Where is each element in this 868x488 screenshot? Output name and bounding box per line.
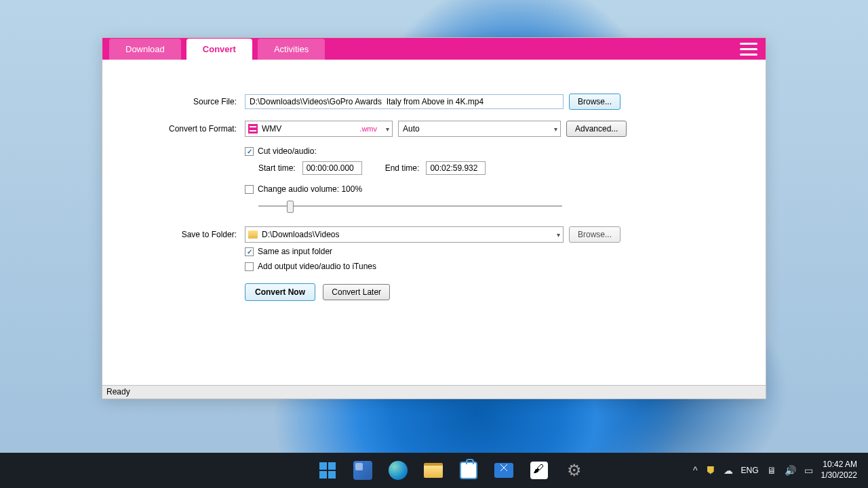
end-time-label: End time: — [385, 163, 420, 173]
mail-icon — [494, 463, 513, 478]
output-folder-value: D:\Downloads\Videos — [262, 230, 340, 239]
start-button[interactable] — [315, 458, 340, 483]
convert-to-label: Convert to Format: — [143, 124, 245, 134]
tab-convert[interactable]: Convert — [186, 39, 252, 60]
system-tray: ^ ⛊ ☁ ENG 🖥 🔊 ▭ 10:42 AM 1/30/2022 — [693, 460, 857, 481]
start-time-input[interactable] — [302, 161, 362, 175]
windows-icon — [319, 462, 336, 479]
tab-download[interactable]: Download — [109, 39, 181, 60]
edge-icon — [389, 461, 408, 480]
source-file-label: Source File: — [143, 97, 245, 106]
output-folder-select[interactable]: D:\Downloads\Videos — [245, 226, 564, 243]
browse-source-button[interactable]: Browse... — [569, 94, 620, 110]
folder-icon — [248, 230, 258, 239]
end-time-input[interactable] — [426, 161, 486, 175]
taskbar: ⚙ ^ ⛊ ☁ ENG 🖥 🔊 ▭ 10:42 AM 1/30/2022 — [0, 453, 868, 488]
cut-video-checkbox[interactable] — [245, 147, 254, 156]
format-name: WMV — [262, 124, 281, 134]
weather-icon[interactable]: ☁ — [724, 465, 733, 476]
tab-bar: Download Convert Activities — [102, 38, 766, 60]
clock[interactable]: 10:42 AM 1/30/2022 — [821, 460, 857, 481]
volume-icon[interactable]: 🔊 — [785, 465, 796, 476]
same-folder-checkbox[interactable] — [245, 247, 254, 256]
converter-app-window: Download Convert Activities Source File:… — [102, 37, 766, 399]
volume-slider[interactable] — [258, 199, 562, 213]
status-bar: Ready — [102, 385, 766, 399]
language-indicator[interactable]: ENG — [741, 466, 759, 475]
gear-icon: ⚙ — [567, 461, 582, 480]
time-display: 10:42 AM — [821, 460, 857, 470]
save-to-label: Save to Folder: — [143, 230, 245, 239]
store-button[interactable] — [456, 458, 481, 483]
store-icon — [460, 462, 477, 479]
hamburger-menu-icon[interactable] — [740, 41, 757, 57]
source-file-input[interactable] — [245, 94, 564, 109]
battery-icon[interactable]: ▭ — [804, 465, 813, 476]
edge-button[interactable] — [385, 458, 411, 483]
change-volume-label: Change audio volume: 100% — [258, 184, 362, 194]
convert-later-button[interactable]: Convert Later — [323, 284, 390, 300]
itunes-label: Add output video/audio to iTunes — [258, 262, 376, 271]
chevron-up-icon[interactable]: ^ — [693, 465, 698, 476]
date-display: 1/30/2022 — [821, 470, 857, 481]
tab-activities[interactable]: Activities — [258, 39, 325, 60]
security-icon[interactable]: ⛊ — [706, 465, 715, 476]
convert-now-button[interactable]: Convert Now — [245, 283, 315, 301]
quality-select[interactable]: Auto — [398, 121, 561, 137]
file-explorer-button[interactable] — [420, 458, 446, 483]
format-select[interactable]: WMV .wmv — [245, 121, 393, 137]
video-format-icon — [248, 124, 258, 134]
itunes-checkbox[interactable] — [245, 262, 254, 271]
paint-icon — [530, 462, 548, 479]
change-volume-checkbox[interactable] — [245, 185, 254, 194]
widgets-button[interactable] — [350, 458, 376, 483]
mail-button[interactable] — [491, 458, 517, 483]
network-icon[interactable]: 🖥 — [767, 465, 776, 476]
cut-video-label: Cut video/audio: — [258, 146, 317, 156]
folder-icon — [424, 463, 443, 478]
browse-output-button[interactable]: Browse... — [569, 226, 620, 243]
format-extension: .wmv — [359, 125, 377, 133]
content-area: Source File: Browse... Convert to Format… — [102, 60, 766, 385]
same-folder-label: Same as input folder — [258, 247, 332, 256]
slider-thumb-icon[interactable] — [287, 201, 294, 213]
paint-button[interactable] — [526, 458, 552, 483]
widgets-icon — [353, 461, 372, 480]
start-time-label: Start time: — [258, 163, 296, 173]
quality-value: Auto — [403, 124, 420, 134]
advanced-button[interactable]: Advanced... — [566, 121, 627, 137]
settings-button[interactable]: ⚙ — [561, 458, 587, 483]
